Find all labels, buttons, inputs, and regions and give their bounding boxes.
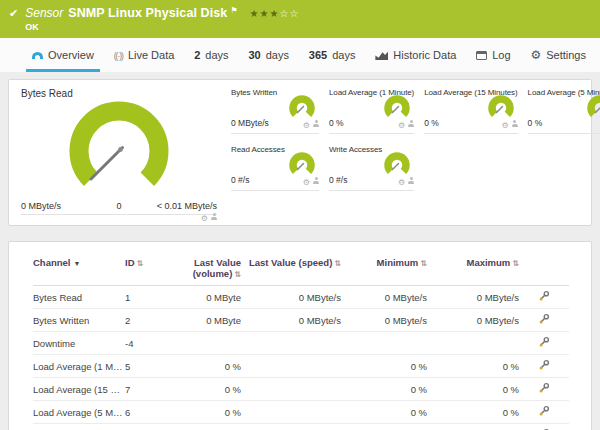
gear-icon[interactable] [501, 114, 508, 132]
last-value-speed-cell: 0 MByte/s [243, 309, 343, 332]
last-value-volume-cell: 0 MByte [167, 286, 243, 309]
sort-icon: ⇅ [512, 259, 519, 268]
channels-table-panel: Channel▼ ID⇅ Last Value (volume)⇅ Last V… [8, 241, 592, 430]
channel-name-cell: Bytes Read [33, 286, 125, 309]
gauges-panel: Bytes Read 0 MByte/s 0 < 0.01 MByte/s By… [8, 79, 592, 226]
small-gauges-grid: Bytes Written 0 MByte/s Loa [231, 86, 600, 225]
channels-table: Channel▼ ID⇅ Last Value (volume)⇅ Last V… [33, 248, 569, 430]
edit-channel-wrench-icon[interactable] [538, 336, 550, 348]
user-icon [313, 120, 319, 127]
column-header-id[interactable]: ID⇅ [125, 248, 167, 286]
stars-empty: ☆☆ [280, 8, 300, 19]
tab[interactable]: 365 days [307, 38, 358, 72]
user-icon [408, 120, 414, 127]
small-gauge-value: 0 % [528, 118, 543, 128]
status-badge: OK [25, 22, 299, 32]
tab[interactable]: Historic Data [373, 38, 458, 72]
minimum-cell [343, 332, 429, 355]
maximum-cell: 0 MByte/s [429, 309, 521, 332]
gear-icon [530, 48, 541, 62]
tab-label: Overview [48, 49, 94, 61]
minimum-cell: 0 % [343, 378, 429, 401]
tab-label: Historic Data [393, 49, 456, 61]
last-value-speed-cell: 0 MByte/s [243, 286, 343, 309]
edit-channel-wrench-icon[interactable] [538, 313, 550, 325]
gear-icon[interactable] [201, 207, 208, 225]
sort-icon: ⇅ [137, 259, 144, 268]
page-title: SNMP Linux Physical Disk [68, 6, 227, 20]
tab-label: Log [492, 49, 510, 61]
bytes-read-gauge [44, 99, 194, 196]
tab-number: 2 [194, 49, 200, 61]
edit-channel-wrench-icon[interactable] [538, 359, 550, 371]
object-kind-label: Sensor [25, 6, 63, 20]
channel-id-cell: 3 [125, 424, 167, 430]
stars-filled: ★★★ [250, 8, 280, 19]
last-value-volume-cell: 0 % [167, 378, 243, 401]
maximum-cell: 0 % [429, 355, 521, 378]
sort-icon: ⇅ [234, 270, 241, 279]
tab-number: 30 [248, 49, 260, 61]
small-gauge-value: 0 MByte/s [231, 118, 269, 128]
maximum-cell: 0 #/s [429, 424, 521, 430]
gear-icon[interactable] [303, 171, 310, 189]
small-gauge-value: 0 % [329, 118, 344, 128]
channel-id-cell: 1 [125, 286, 167, 309]
channel-name-cell: Load Average (1 Minute) [33, 355, 125, 378]
small-gauge-panel: Load Average (1 Minute) 0 % [329, 88, 414, 134]
minimum-cell: 0 MByte/s [343, 286, 429, 309]
tab-number: 365 [309, 49, 327, 61]
tab[interactable]: Settings [528, 38, 588, 72]
channel-id-cell: 6 [125, 401, 167, 424]
column-header-last-value-speed[interactable]: Last Value (speed)⇅ [243, 248, 343, 286]
maximum-cell: 0 % [429, 401, 521, 424]
tab[interactable]: 2 days [192, 38, 230, 72]
tab-bar: Overview Live Data 2 days 30 days 365 da… [0, 38, 600, 72]
gauge-min-label: 0 MByte/s [21, 201, 61, 211]
tab[interactable]: 30 days [246, 38, 291, 72]
channel-row[interactable]: Read Accesses 3 0 # 0 #/s 0 #/s 0 #/s [33, 424, 569, 430]
sensor-header: ✔ Sensor SNMP Linux Physical Disk ⚑ ★★★☆… [0, 0, 600, 38]
priority-stars[interactable]: ★★★☆☆ [250, 8, 300, 19]
small-gauge-value: 0 % [424, 118, 439, 128]
channel-id-cell: 2 [125, 309, 167, 332]
channel-name-cell: Load Average (5 Minutes) [33, 401, 125, 424]
tab[interactable]: Overview [30, 38, 96, 72]
maximum-cell: 0 MByte/s [429, 286, 521, 309]
channel-row[interactable]: Load Average (1 Minute) 5 0 % 0 % 0 % [33, 355, 569, 378]
channel-row[interactable]: Downtime -4 [33, 332, 569, 355]
column-header-minimum[interactable]: Minimum⇅ [343, 248, 429, 286]
signal-icon [114, 49, 123, 61]
gear-icon[interactable] [398, 114, 405, 132]
minimum-cell: 0 #/s [343, 424, 429, 430]
column-header-channel[interactable]: Channel▼ [33, 248, 125, 286]
last-value-speed-cell [243, 378, 343, 401]
small-gauge-value: 0 #/s [231, 175, 249, 185]
tab[interactable]: Log [474, 38, 512, 72]
channel-name-cell: Read Accesses [33, 424, 125, 430]
channel-row[interactable]: Load Average (15 Minutes) 7 0 % 0 % 0 % [33, 378, 569, 401]
last-value-volume-cell: 0 % [167, 355, 243, 378]
tab[interactable]: Live Data [112, 38, 177, 72]
edit-channel-wrench-icon[interactable] [538, 405, 550, 417]
channel-row[interactable]: Bytes Written 2 0 MByte 0 MByte/s 0 MByt… [33, 309, 569, 332]
column-header-last-value-volume[interactable]: Last Value (volume)⇅ [167, 248, 243, 286]
column-header-maximum[interactable]: Maximum⇅ [429, 248, 521, 286]
edit-channel-wrench-icon[interactable] [538, 382, 550, 394]
user-icon [408, 177, 414, 184]
edit-channel-wrench-icon[interactable] [538, 290, 550, 302]
last-value-speed-cell [243, 401, 343, 424]
last-value-speed-cell [243, 332, 343, 355]
window-icon [476, 51, 487, 60]
channel-row[interactable]: Bytes Read 1 0 MByte 0 MByte/s 0 MByte/s… [33, 286, 569, 309]
status-ok-check-icon: ✔ [9, 7, 18, 20]
gear-icon[interactable] [303, 114, 310, 132]
sensor-overview-content: Bytes Read 0 MByte/s 0 < 0.01 MByte/s By… [0, 72, 600, 430]
last-value-volume-cell: 0 MByte [167, 309, 243, 332]
chart-icon [375, 50, 388, 60]
channel-row[interactable]: Load Average (5 Minutes) 6 0 % 0 % 0 % [33, 401, 569, 424]
minimum-cell: 0 % [343, 355, 429, 378]
gear-icon[interactable] [398, 171, 405, 189]
gauge-current-value: 0 [116, 201, 121, 211]
channel-id-cell: -4 [125, 332, 167, 355]
